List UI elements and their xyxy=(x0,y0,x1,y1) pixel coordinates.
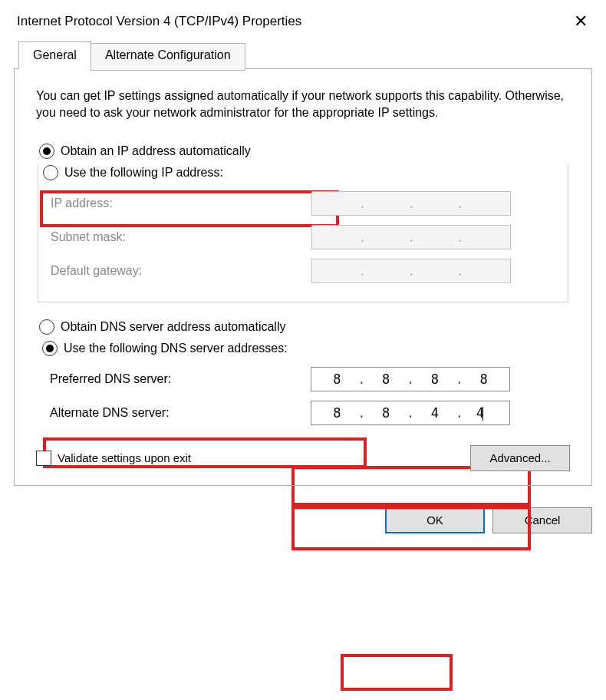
radio-label: Use the following IP address: xyxy=(64,166,223,180)
radio-ip-manual[interactable]: Use the following IP address: xyxy=(40,163,555,182)
radio-icon xyxy=(43,165,58,180)
dns-fieldset: Use the following DNS server addresses: … xyxy=(38,339,568,425)
field-preferred-dns: Preferred DNS server: 8. 8. 8. 8 xyxy=(50,367,556,391)
field-default-gateway: Default gateway: . . . xyxy=(51,259,555,283)
field-label: IP address: xyxy=(51,196,311,210)
tab-alternate-configuration[interactable]: Alternate Configuration xyxy=(91,43,245,71)
radio-dns-auto[interactable]: Obtain DNS server address automatically xyxy=(36,318,570,336)
dialog-buttons: OK Cancel xyxy=(0,497,606,537)
cancel-button[interactable]: Cancel xyxy=(492,507,592,533)
panel-bottom-row: Validate settings upon exit Advanced... xyxy=(36,445,570,471)
default-gateway-input: . . . xyxy=(311,259,511,283)
description-text: You can get IP settings assigned automat… xyxy=(36,88,570,122)
radio-icon xyxy=(39,144,54,159)
ip-fieldset: Use the following IP address: IP address… xyxy=(38,163,568,302)
advanced-button[interactable]: Advanced... xyxy=(470,445,570,471)
close-icon[interactable]: ✕ xyxy=(569,12,592,31)
field-subnet-mask: Subnet mask: . . . xyxy=(51,225,555,249)
checkbox-icon xyxy=(36,451,51,466)
text-caret xyxy=(482,407,483,421)
field-label: Subnet mask: xyxy=(51,230,311,244)
field-alternate-dns: Alternate DNS server: 8. 8. 4. 4 xyxy=(50,401,556,425)
dialog-content: General Alternate Configuration You can … xyxy=(0,38,606,497)
radio-label: Obtain an IP address automatically xyxy=(61,144,251,158)
field-ip-address: IP address: . . . xyxy=(51,191,555,216)
field-label: Preferred DNS server: xyxy=(50,372,311,386)
field-label: Alternate DNS server: xyxy=(50,406,311,420)
tabstrip: General Alternate Configuration xyxy=(18,41,592,69)
titlebar: Internet Protocol Version 4 (TCP/IPv4) P… xyxy=(0,0,606,38)
preferred-dns-input[interactable]: 8. 8. 8. 8 xyxy=(311,367,510,391)
ok-button[interactable]: OK xyxy=(385,507,485,533)
alternate-dns-input[interactable]: 8. 8. 4. 4 xyxy=(311,401,510,425)
subnet-mask-input: . . . xyxy=(311,225,511,249)
radio-dns-manual[interactable]: Use the following DNS server addresses: xyxy=(39,339,556,358)
radio-ip-auto[interactable]: Obtain an IP address automatically xyxy=(36,142,570,160)
ip-address-input: . . . xyxy=(311,191,511,216)
annotation-highlight xyxy=(341,654,453,691)
tab-panel-general: You can get IP settings assigned automat… xyxy=(14,68,592,486)
radio-label: Obtain DNS server address automatically xyxy=(61,320,285,334)
validate-checkbox-row[interactable]: Validate settings upon exit xyxy=(36,451,191,466)
radio-label: Use the following DNS server addresses: xyxy=(64,342,288,355)
window-title: Internet Protocol Version 4 (TCP/IPv4) P… xyxy=(17,14,301,29)
radio-icon xyxy=(39,319,54,335)
tab-general[interactable]: General xyxy=(18,41,91,69)
checkbox-label: Validate settings upon exit xyxy=(58,451,191,464)
field-label: Default gateway: xyxy=(51,264,311,278)
radio-icon xyxy=(42,341,58,356)
